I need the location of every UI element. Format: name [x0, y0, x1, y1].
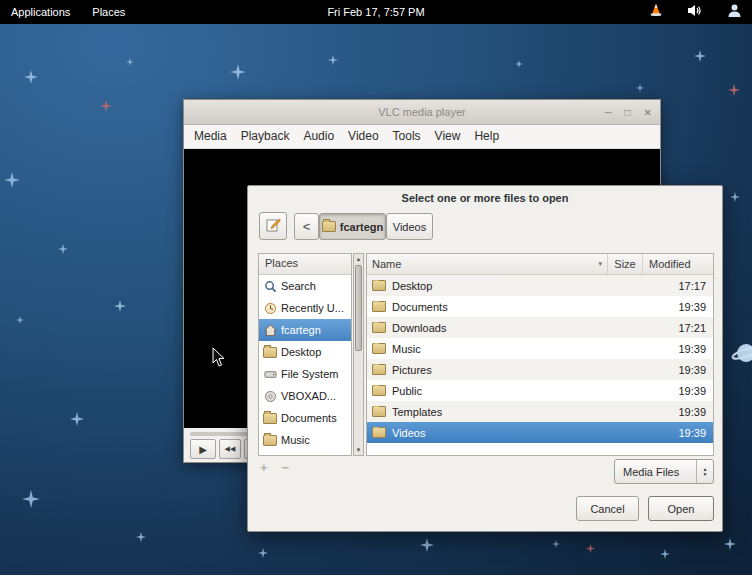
scrollbar-thumb[interactable]	[355, 265, 362, 351]
menu-view[interactable]: View	[428, 125, 468, 148]
file-name: Downloads	[392, 322, 446, 334]
menu-audio[interactable]: Audio	[296, 125, 341, 148]
sidebar-item-desktop[interactable]: Desktop	[259, 341, 351, 363]
sidebar-item-music[interactable]: Music	[259, 429, 351, 451]
folder-icon	[372, 364, 386, 375]
star-icon	[730, 192, 740, 202]
remove-bookmark-button[interactable]: −	[282, 460, 290, 475]
user-icon[interactable]	[727, 3, 742, 22]
table-row[interactable]: Templates 19:39	[367, 401, 713, 422]
file-modified: 19:39	[643, 301, 713, 313]
sidebar-item-file-system[interactable]: File System	[259, 363, 351, 385]
star-icon	[4, 172, 20, 188]
table-row[interactable]: Music 19:39	[367, 338, 713, 359]
table-row[interactable]: Desktop 17:17	[367, 275, 713, 296]
saturn-planet-icon	[728, 338, 752, 372]
places-sidebar: Places Search Recently U... fcartegn	[258, 253, 352, 456]
places-menu[interactable]: Places	[81, 0, 136, 24]
previous-button[interactable]: ◀◀	[219, 439, 241, 459]
applications-menu[interactable]: Applications	[0, 0, 81, 24]
folder-icon	[263, 434, 277, 447]
scroll-down-icon[interactable]: ▼	[354, 445, 363, 455]
breadcrumb-videos[interactable]: Videos	[386, 213, 433, 240]
clock[interactable]: Fri Feb 17, 7:57 PM	[327, 6, 424, 18]
sidebar-item-label: File System	[281, 368, 338, 380]
menu-video[interactable]: Video	[341, 125, 385, 148]
pencil-icon	[265, 217, 281, 235]
folder-icon	[263, 346, 277, 359]
star-icon	[728, 84, 740, 96]
file-modified: 19:39	[643, 406, 713, 418]
system-tray	[649, 0, 742, 24]
folder-icon	[372, 406, 386, 417]
open-button[interactable]: Open	[648, 496, 714, 521]
menu-media[interactable]: Media	[187, 125, 234, 148]
sidebar-item-label: Documents	[281, 412, 337, 424]
file-modified: 19:39	[643, 364, 713, 376]
sidebar-item-label: Desktop	[281, 346, 321, 358]
column-header-name[interactable]: Name ▾	[367, 254, 608, 274]
add-bookmark-button[interactable]: +	[260, 460, 268, 475]
places-header[interactable]: Places	[259, 254, 351, 275]
cancel-button[interactable]: Cancel	[576, 496, 639, 521]
drive-icon	[263, 368, 277, 381]
file-name: Videos	[392, 427, 425, 439]
folder-icon	[372, 343, 386, 354]
desktop: Applications Places Fri Feb 17, 7:57 PM	[0, 0, 752, 575]
menu-help[interactable]: Help	[467, 125, 506, 148]
sidebar-item-documents[interactable]: Documents	[259, 407, 351, 429]
file-type-filter-combo[interactable]: Media Files ▲ ▼	[614, 459, 714, 484]
play-button[interactable]: ▶	[190, 439, 216, 459]
dialog-title: Select one or more files to open	[248, 186, 722, 204]
file-modified: 17:21	[643, 322, 713, 334]
home-icon	[263, 324, 277, 337]
table-row[interactable]: Documents 19:39	[367, 296, 713, 317]
close-icon[interactable]: ✕	[644, 107, 652, 118]
star-icon	[636, 84, 644, 92]
vlc-titlebar[interactable]: VLC media player ─ □ ✕	[184, 100, 660, 125]
file-chooser-dialog: Select one or more files to open < fcart…	[247, 185, 723, 532]
menu-playback[interactable]: Playback	[234, 125, 297, 148]
table-row[interactable]: Downloads 17:21	[367, 317, 713, 338]
star-icon	[24, 70, 38, 84]
folder-icon	[372, 301, 386, 312]
sidebar-item-recently-used[interactable]: Recently U...	[259, 297, 351, 319]
vlc-cone-icon[interactable]	[649, 3, 663, 21]
sidebar-item-label: fcartegn	[281, 324, 321, 336]
sidebar-item-home[interactable]: fcartegn	[259, 319, 351, 341]
minimize-icon[interactable]: ─	[604, 107, 611, 118]
column-header-modified[interactable]: Modified	[643, 254, 713, 274]
sidebar-item-search[interactable]: Search	[259, 275, 351, 297]
file-list-header: Name ▾ Size Modified	[367, 254, 713, 275]
star-icon	[230, 64, 246, 80]
star-icon	[660, 549, 670, 559]
combo-arrows-icon: ▲ ▼	[696, 460, 713, 483]
filter-value: Media Files	[615, 466, 696, 478]
dialog-toolbar: < fcartegn Videos	[258, 212, 712, 242]
folder-icon	[372, 427, 386, 438]
menu-tools[interactable]: Tools	[386, 125, 428, 148]
star-icon	[328, 55, 338, 65]
file-name: Music	[392, 343, 421, 355]
home-folder-icon	[322, 221, 336, 232]
star-icon	[70, 412, 84, 426]
table-row[interactable]: Public 19:39	[367, 380, 713, 401]
scroll-up-icon[interactable]: ▲	[354, 254, 363, 264]
table-row[interactable]: Pictures 19:39	[367, 359, 713, 380]
breadcrumb-label: fcartegn	[340, 221, 383, 233]
volume-icon[interactable]	[687, 3, 703, 21]
breadcrumb-home[interactable]: fcartegn	[319, 213, 386, 240]
maximize-icon[interactable]: □	[625, 107, 631, 118]
sidebar-item-label: Search	[281, 280, 316, 292]
column-header-size[interactable]: Size	[608, 254, 643, 274]
back-button[interactable]: <	[294, 213, 319, 240]
sidebar-item-vboxadditions[interactable]: VBOXAD...	[259, 385, 351, 407]
file-modified: 19:39	[643, 427, 713, 439]
star-icon	[258, 548, 268, 558]
table-row-selected[interactable]: Videos 19:39	[367, 422, 713, 443]
star-icon	[100, 100, 112, 112]
type-location-button[interactable]	[259, 212, 287, 240]
sidebar-scrollbar[interactable]: ▲ ▼	[353, 253, 364, 456]
sidebar-item-label: Music	[281, 434, 310, 446]
file-modified: 19:39	[643, 385, 713, 397]
